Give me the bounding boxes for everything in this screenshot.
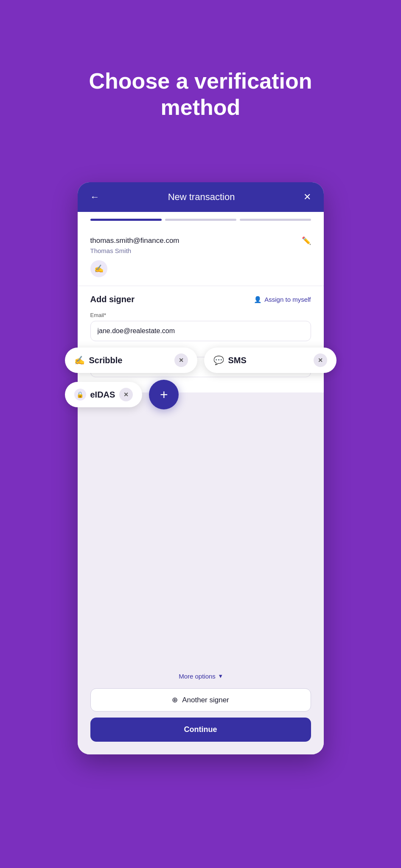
scribble-method-tag: ✍ Scribble ✕ <box>65 348 197 373</box>
assign-myself-button[interactable]: 👤 Assign to myself <box>254 296 311 303</box>
methods-overlay: ✍ Scribble ✕ 💬 SMS ✕ 🔒 eIDAS ✕ + <box>65 348 337 409</box>
chevron-down-icon: ▾ <box>219 672 222 680</box>
plus-circle-icon: ⊕ <box>172 696 178 704</box>
person-icon: 👤 <box>254 296 262 303</box>
user-email: thomas.smith@finance.com <box>90 236 179 245</box>
page-title: Choose a verification method <box>73 68 328 121</box>
eidas-close-button[interactable]: ✕ <box>119 388 133 401</box>
continue-button[interactable]: Continue <box>90 718 311 742</box>
modal-header: ← New transaction ✕ <box>78 182 324 212</box>
assign-myself-label: Assign to myself <box>264 296 311 303</box>
sms-label: SMS <box>228 356 309 365</box>
scribble-icon: ✍ <box>74 355 85 365</box>
user-section: thomas.smith@finance.com ✏️ Thomas Smith… <box>78 228 324 286</box>
sms-icon: 💬 <box>213 355 224 365</box>
sms-method-tag: 💬 SMS ✕ <box>204 348 337 373</box>
email-input[interactable] <box>90 321 311 341</box>
progress-segment-2 <box>165 219 236 221</box>
spacer-for-badges <box>78 392 324 528</box>
scribble-small-icon: ✍ <box>94 264 104 273</box>
progress-segment-3 <box>240 219 311 221</box>
modal-footer: More options ▾ ⊕ Another signer Continue <box>78 664 324 754</box>
progress-bar <box>78 212 324 228</box>
add-method-button[interactable]: + <box>149 380 179 409</box>
transaction-modal: ← New transaction ✕ thomas.smith@finance… <box>78 182 324 754</box>
modal-container: ← New transaction ✕ thomas.smith@finance… <box>78 182 324 754</box>
more-options-label: More options <box>179 673 216 680</box>
email-label: Email* <box>90 312 311 318</box>
more-options-row[interactable]: More options ▾ <box>90 672 311 680</box>
modal-title: New transaction <box>168 192 235 203</box>
close-button[interactable]: ✕ <box>303 192 311 203</box>
another-signer-button[interactable]: ⊕ Another signer <box>90 688 311 712</box>
edit-icon[interactable]: ✏️ <box>302 236 311 245</box>
scribble-close-button[interactable]: ✕ <box>174 353 188 367</box>
add-signer-title: Add signer <box>90 295 135 304</box>
user-name: Thomas Smith <box>90 247 311 254</box>
eidas-method-tag: 🔒 eIDAS ✕ <box>65 382 143 407</box>
lock-icon: 🔒 <box>74 389 86 401</box>
signature-badge: ✍ <box>90 260 107 277</box>
sms-close-button[interactable]: ✕ <box>314 353 327 367</box>
email-field-group: Email* <box>90 312 311 341</box>
another-signer-label: Another signer <box>182 696 229 704</box>
eidas-label: eIDAS <box>90 390 115 400</box>
progress-segment-1 <box>90 219 162 221</box>
methods-row-1: ✍ Scribble ✕ 💬 SMS ✕ <box>65 348 337 373</box>
methods-row-2: 🔒 eIDAS ✕ + <box>65 380 337 409</box>
back-button[interactable]: ← <box>90 192 100 203</box>
scribble-label: Scribble <box>89 356 170 365</box>
